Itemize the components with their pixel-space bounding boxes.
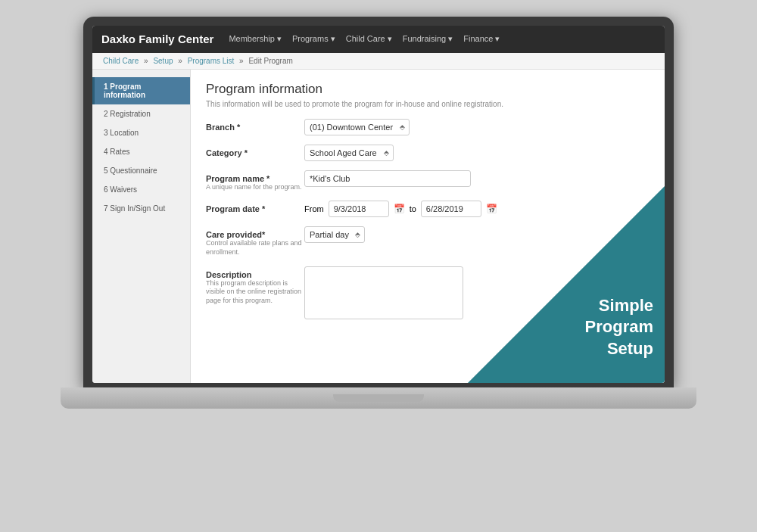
from-date-input[interactable] xyxy=(329,201,389,217)
program-name-row: Program name * A unique name for the pro… xyxy=(206,170,650,192)
sidebar-item-registration[interactable]: 2 Registration xyxy=(92,104,190,123)
care-provided-field-col: Partial day Full day xyxy=(304,226,650,243)
program-name-field-col xyxy=(304,170,650,187)
nav-menu: Membership ▾ Programs ▾ Child Care ▾ Fun… xyxy=(229,34,500,44)
sidebar-item-program-info[interactable]: 1 Program information xyxy=(92,77,190,104)
program-date-field-col: From 📅 to 📅 xyxy=(304,201,650,217)
care-provided-sublabel: Control available rate plans and enrollm… xyxy=(206,239,304,257)
branch-select-wrapper: (01) Downtown Center xyxy=(304,119,410,135)
content-area: Program information This information wil… xyxy=(191,70,665,383)
brand-name: Daxko Family Center xyxy=(101,33,213,45)
program-name-sublabel: A unique name for the program. xyxy=(206,183,304,192)
branch-row: Branch * (01) Downtown Center xyxy=(206,119,650,135)
sidebar: 1 Program information 2 Registration 3 L… xyxy=(92,70,191,383)
description-field-col xyxy=(304,266,650,322)
care-select[interactable]: Partial day Full day xyxy=(304,226,365,243)
branch-select[interactable]: (01) Downtown Center xyxy=(304,119,410,135)
category-row: Category * School Aged Care xyxy=(206,145,650,161)
calendar-to-icon[interactable]: 📅 xyxy=(486,204,497,214)
to-date-input[interactable] xyxy=(421,201,481,217)
program-name-label: Program name * xyxy=(206,170,304,183)
category-select[interactable]: School Aged Care xyxy=(304,145,394,161)
sidebar-item-waivers[interactable]: 6 Waivers xyxy=(92,180,190,199)
description-textarea[interactable] xyxy=(304,266,463,319)
description-row: Description This program description is … xyxy=(206,266,650,322)
breadcrumb-childcare[interactable]: Child Care xyxy=(103,57,139,65)
screen-inner: Daxko Family Center Membership ▾ Program… xyxy=(92,26,665,383)
laptop-wrapper: Daxko Family Center Membership ▾ Program… xyxy=(53,17,704,516)
laptop-base xyxy=(61,387,696,409)
category-select-wrapper: School Aged Care xyxy=(304,145,394,161)
laptop-screen: Daxko Family Center Membership ▾ Program… xyxy=(83,17,674,387)
breadcrumb: Child Care » Setup » Programs List » Edi… xyxy=(92,53,665,70)
care-provided-label: Care provided* xyxy=(206,226,304,239)
sidebar-item-signin[interactable]: 7 Sign In/Sign Out xyxy=(92,199,190,218)
sidebar-item-rates[interactable]: 4 Rates xyxy=(92,142,190,161)
branch-field-col: (01) Downtown Center xyxy=(304,119,650,135)
nav-childcare[interactable]: Child Care ▾ xyxy=(346,34,392,44)
from-label: From xyxy=(304,204,324,213)
description-label: Description xyxy=(206,266,304,279)
main-area: 1 Program information 2 Registration 3 L… xyxy=(92,70,665,383)
form-subtitle: This information will be used to promote… xyxy=(206,100,650,108)
program-date-label: Program date * xyxy=(206,201,304,213)
nav-programs[interactable]: Programs ▾ xyxy=(292,34,335,44)
top-nav: Daxko Family Center Membership ▾ Program… xyxy=(92,26,665,53)
form-content: Program information This information wil… xyxy=(191,70,665,344)
description-sublabel: This program description is visible on t… xyxy=(206,279,304,306)
branch-label: Branch * xyxy=(206,119,304,132)
care-provided-row: Care provided* Control available rate pl… xyxy=(206,226,650,257)
nav-finance[interactable]: Finance ▾ xyxy=(463,34,500,44)
nav-fundraising[interactable]: Fundraising ▾ xyxy=(403,34,453,44)
program-name-input[interactable] xyxy=(304,170,471,187)
sidebar-item-location[interactable]: 3 Location xyxy=(92,123,190,142)
to-label: to xyxy=(410,204,416,213)
category-field-col: School Aged Care xyxy=(304,145,650,161)
care-select-wrapper: Partial day Full day xyxy=(304,226,365,243)
form-title: Program information xyxy=(206,82,650,97)
screen-content: Daxko Family Center Membership ▾ Program… xyxy=(92,26,665,383)
sidebar-item-questionnaire[interactable]: 5 Questionnaire xyxy=(92,161,190,180)
category-label: Category * xyxy=(206,145,304,157)
program-date-row: Program date * From 📅 to xyxy=(206,201,650,217)
breadcrumb-programs-list[interactable]: Programs List xyxy=(188,57,235,65)
breadcrumb-current: Edit Program xyxy=(248,57,292,65)
breadcrumb-setup[interactable]: Setup xyxy=(153,57,173,65)
nav-membership[interactable]: Membership ▾ xyxy=(229,34,282,44)
date-row: From 📅 to 📅 xyxy=(304,201,650,217)
calendar-from-icon[interactable]: 📅 xyxy=(394,204,405,214)
